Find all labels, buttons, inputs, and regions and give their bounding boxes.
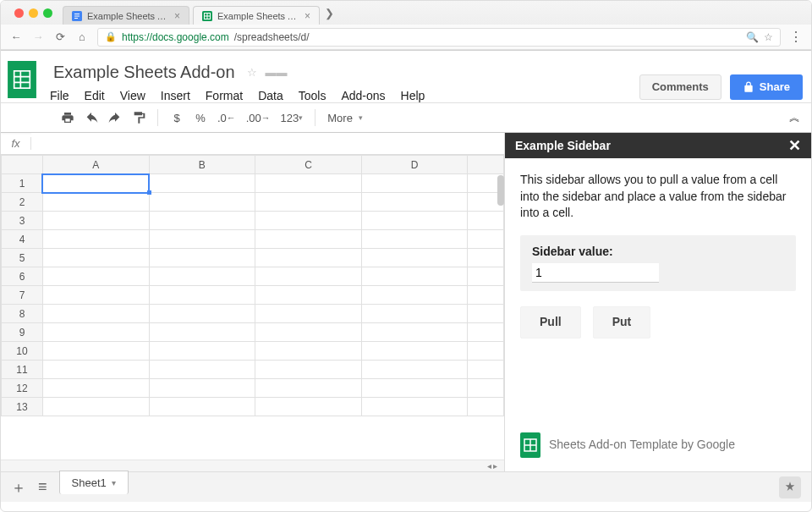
- row-header-6[interactable]: 6: [2, 267, 43, 286]
- currency-button[interactable]: $: [167, 107, 187, 129]
- cell[interactable]: [149, 342, 255, 361]
- row-header-4[interactable]: 4: [2, 230, 43, 249]
- back-button[interactable]: ←: [9, 30, 23, 43]
- menu-tools[interactable]: Tools: [299, 89, 326, 102]
- cell[interactable]: [149, 398, 255, 416]
- minimize-window-icon[interactable]: [29, 8, 38, 18]
- chevron-down-icon[interactable]: ▾: [112, 478, 116, 487]
- cell[interactable]: [361, 342, 468, 361]
- cell[interactable]: [149, 323, 255, 342]
- cell[interactable]: [149, 249, 255, 267]
- sidebar-close-button[interactable]: ✕: [788, 136, 801, 155]
- cell[interactable]: [149, 361, 255, 379]
- search-in-page-icon[interactable]: 🔍: [746, 31, 759, 43]
- row-header-7[interactable]: 7: [2, 286, 43, 305]
- percent-button[interactable]: %: [190, 107, 211, 129]
- cell[interactable]: [361, 267, 468, 286]
- window-controls[interactable]: [8, 8, 59, 18]
- cell[interactable]: [255, 305, 362, 323]
- star-icon[interactable]: ☆: [247, 66, 257, 79]
- row-header-1[interactable]: 1: [2, 174, 43, 193]
- comments-button[interactable]: Comments: [639, 74, 721, 100]
- cell[interactable]: [255, 323, 362, 342]
- cell[interactable]: [42, 323, 149, 342]
- menu-view[interactable]: View: [120, 89, 145, 102]
- print-button[interactable]: [58, 107, 78, 129]
- cell[interactable]: [255, 249, 362, 267]
- share-button[interactable]: Share: [730, 74, 803, 100]
- row-header-3[interactable]: 3: [2, 212, 43, 230]
- new-tab-button[interactable]: ❯: [325, 7, 334, 19]
- cell[interactable]: [361, 398, 468, 416]
- browser-tab-1[interactable]: Example Sheets Add-on - Goo… ×: [193, 6, 320, 25]
- cell[interactable]: [42, 342, 149, 361]
- cell[interactable]: [255, 342, 362, 361]
- formula-input[interactable]: [31, 133, 504, 154]
- menu-insert[interactable]: Insert: [161, 89, 190, 102]
- undo-button[interactable]: [81, 107, 102, 129]
- sidebar-value-input[interactable]: [532, 263, 659, 283]
- menu-data[interactable]: Data: [258, 89, 283, 102]
- close-window-icon[interactable]: [14, 8, 24, 18]
- put-button[interactable]: Put: [593, 306, 651, 339]
- cell[interactable]: [42, 305, 149, 323]
- cell[interactable]: [361, 361, 468, 379]
- row-header-10[interactable]: 10: [2, 342, 43, 361]
- cell[interactable]: [255, 230, 362, 249]
- cell[interactable]: [149, 379, 255, 398]
- row-header-8[interactable]: 8: [2, 305, 43, 323]
- col-header-A[interactable]: A: [42, 156, 149, 174]
- reload-button[interactable]: ⟳: [53, 30, 67, 43]
- cell[interactable]: [42, 398, 149, 416]
- row-header-5[interactable]: 5: [2, 249, 43, 267]
- cell[interactable]: [149, 212, 255, 230]
- cell[interactable]: [149, 193, 255, 212]
- cell[interactable]: [42, 361, 149, 379]
- cell[interactable]: [468, 249, 504, 267]
- cell[interactable]: [468, 398, 504, 416]
- col-header-C[interactable]: C: [255, 156, 362, 174]
- cell[interactable]: [149, 286, 255, 305]
- cell[interactable]: [42, 379, 149, 398]
- vertical-scrollbar[interactable]: [497, 175, 504, 206]
- cell[interactable]: [468, 305, 504, 323]
- cell[interactable]: [255, 267, 362, 286]
- scroll-right-icon[interactable]: ▸: [493, 461, 497, 471]
- decrease-decimal-button[interactable]: .0←: [214, 107, 239, 129]
- scroll-left-icon[interactable]: ◂: [487, 461, 491, 471]
- collapse-toolbar-button[interactable]: ︽: [784, 107, 804, 129]
- row-header-13[interactable]: 13: [2, 398, 43, 416]
- bookmark-star-icon[interactable]: ☆: [764, 31, 773, 43]
- cell[interactable]: [468, 361, 504, 379]
- number-format-button[interactable]: 123 ▾: [277, 107, 307, 129]
- menu-edit[interactable]: Edit: [85, 89, 105, 102]
- tab-close-icon[interactable]: ×: [174, 10, 180, 22]
- select-all-cell[interactable]: [2, 156, 43, 174]
- cell[interactable]: [149, 267, 255, 286]
- cell[interactable]: [42, 249, 149, 267]
- folder-icon[interactable]: ▬▬: [266, 66, 288, 79]
- redo-button[interactable]: [105, 107, 125, 129]
- cell[interactable]: [361, 193, 468, 212]
- cell[interactable]: [255, 286, 362, 305]
- home-button[interactable]: ⌂: [75, 30, 89, 43]
- cell[interactable]: [468, 286, 504, 305]
- sheets-logo[interactable]: [1, 56, 43, 102]
- cell[interactable]: [468, 267, 504, 286]
- address-bar[interactable]: 🔒 https://docs.google.com/spreadsheets/d…: [97, 28, 781, 47]
- paint-format-button[interactable]: [129, 107, 149, 129]
- cell[interactable]: [468, 212, 504, 230]
- cell[interactable]: [361, 323, 468, 342]
- menu-format[interactable]: Format: [206, 89, 243, 102]
- row-header-2[interactable]: 2: [2, 193, 43, 212]
- row-header-9[interactable]: 9: [2, 323, 43, 342]
- cell[interactable]: [361, 174, 468, 193]
- cell[interactable]: [42, 174, 149, 193]
- cell[interactable]: [255, 361, 362, 379]
- col-header-D[interactable]: D: [361, 156, 468, 174]
- more-button[interactable]: More ▾: [324, 107, 366, 129]
- row-header-11[interactable]: 11: [2, 361, 43, 379]
- cell[interactable]: [255, 193, 362, 212]
- browser-tab-0[interactable]: Example Sheets Add-on ×: [63, 6, 189, 25]
- cell[interactable]: [361, 286, 468, 305]
